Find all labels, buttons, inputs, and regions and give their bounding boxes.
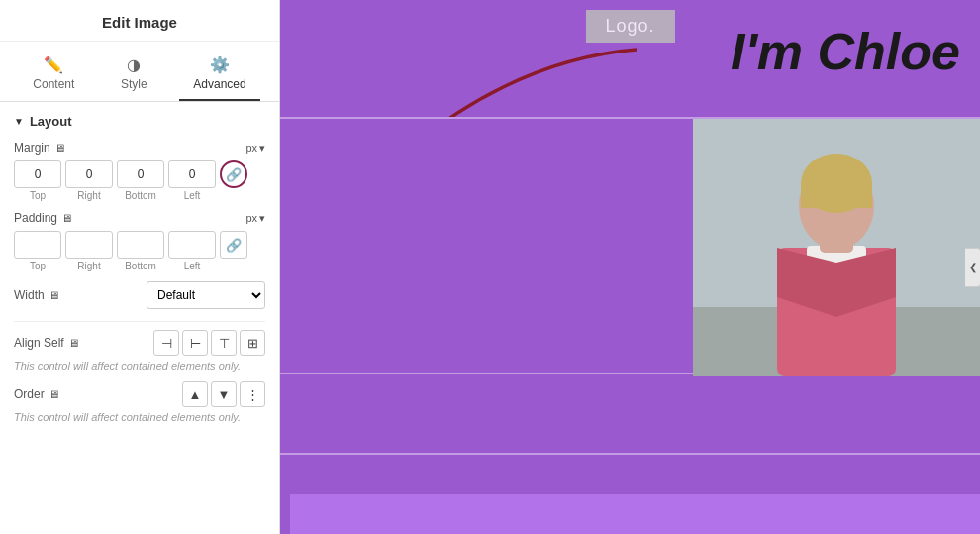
padding-bottom-label: Bottom [117,261,164,271]
align-self-buttons: ⊣ ⊢ ⊤ ⊞ [153,330,265,356]
person-svg [693,119,980,376]
tab-style-label: Style [121,77,147,91]
align-stretch-button[interactable]: ⊞ [240,330,265,356]
order-monitor-icon: 🖥 [49,388,59,400]
margin-unit-selector[interactable]: px ▾ [245,142,265,155]
padding-top-input[interactable] [14,231,61,259]
photo-element [693,119,980,376]
padding-unit-selector[interactable]: px ▾ [245,212,265,225]
divider-1 [14,321,265,322]
style-icon: ◑ [127,55,141,74]
bottom-section [280,453,980,534]
padding-row: Padding 🖥 px ▾ [14,211,265,225]
image-section [280,117,980,374]
margin-right-input[interactable] [65,160,113,188]
margin-left-label: Left [168,190,216,201]
align-center-button[interactable]: ⊢ [182,330,208,356]
margin-row: Margin 🖥 px ▾ [14,141,265,155]
width-label: Width 🖥 [14,288,71,302]
content-icon: ✏️ [44,55,63,74]
padding-unit: px [245,212,257,224]
tab-style[interactable]: ◑ Style [107,50,161,101]
margin-right-label: Right [65,190,113,201]
panel-title: Edit Image [0,0,279,42]
width-monitor-icon: 🖥 [49,289,59,301]
layout-chevron: ▼ [14,116,24,127]
width-select[interactable]: Default Custom Full Width [147,281,265,309]
tabs-bar: ✏️ Content ◑ Style ⚙️ Advanced [0,42,279,102]
tab-advanced[interactable]: ⚙️ Advanced [179,50,259,101]
image-left-area [280,119,693,373]
order-first-button[interactable]: ▲ [182,381,208,407]
padding-unit-chevron: ▾ [259,212,265,225]
layout-label: Layout [30,114,72,129]
logo-text: Logo. [605,16,654,36]
tab-content[interactable]: ✏️ Content [19,50,88,101]
align-self-row: Align Self 🖥 ⊣ ⊢ ⊤ ⊞ [14,330,265,356]
width-row: Width 🖥 Default Custom Full Width [14,281,265,309]
padding-right-input[interactable] [65,231,113,259]
margin-left-input[interactable] [168,160,216,188]
left-panel: Edit Image ✏️ Content ◑ Style ⚙️ Advance… [0,0,280,534]
margin-monitor-icon: 🖥 [54,142,65,154]
tab-content-label: Content [33,77,74,91]
logo-element: Logo. [585,10,674,43]
padding-left-label: Left [168,261,216,271]
margin-bottom-label: Bottom [117,190,164,201]
padding-label: Padding 🖥 [14,211,71,225]
align-hint: This control will affect contained eleme… [14,360,265,372]
chloe-heading: I'm Chloe [731,22,960,81]
padding-top-label: Top [14,261,61,271]
align-right-button[interactable]: ⊤ [211,330,237,356]
bottom-purple-bar [290,494,980,534]
padding-inputs: 🔗 [14,231,265,259]
layout-section-header: ▼ Layout [14,114,265,129]
padding-monitor-icon: 🖥 [61,212,72,224]
order-row: Order 🖥 ▲ ▼ ⋮ [14,381,265,407]
align-self-label: Align Self 🖥 [14,336,93,350]
margin-unit: px [245,142,257,154]
padding-bottom-input[interactable] [117,231,164,259]
margin-top-label: Top [14,190,61,201]
align-left-button[interactable]: ⊣ [153,330,179,356]
order-hint: This control will affect contained eleme… [14,411,265,423]
margin-top-input[interactable] [14,160,61,188]
margin-inputs: 🔗 [14,160,265,188]
padding-left-input[interactable] [168,231,216,259]
order-last-button[interactable]: ▼ [211,381,237,407]
margin-link-button[interactable]: 🔗 [220,160,247,188]
padding-right-label: Right [65,261,113,271]
order-custom-button[interactable]: ⋮ [240,381,265,407]
padding-link-button[interactable]: 🔗 [220,231,247,259]
margin-label: Margin 🖥 [14,141,71,155]
align-self-monitor-icon: 🖥 [68,337,79,349]
advanced-icon: ⚙️ [210,55,230,74]
svg-rect-8 [801,183,872,208]
order-label: Order 🖥 [14,387,71,401]
margin-sub-labels: Top Right Bottom Left [14,190,265,201]
order-buttons: ▲ ▼ ⋮ [182,381,265,407]
margin-bottom-input[interactable] [117,160,164,188]
canvas-area: Logo. I'm Chloe [280,0,980,534]
padding-sub-labels: Top Right Bottom Left [14,261,265,271]
tab-advanced-label: Advanced [193,77,245,91]
margin-unit-chevron: ▾ [259,142,265,155]
panel-body: ▼ Layout Margin 🖥 px ▾ 🔗 Top Right Botto… [0,102,279,534]
